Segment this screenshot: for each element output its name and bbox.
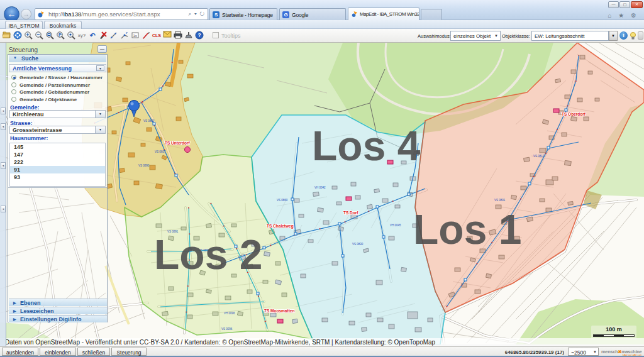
pan-icon[interactable]	[13, 30, 23, 41]
objektklasse-select[interactable]: EW: Leitungsabschnitt	[531, 31, 609, 41]
suche-header[interactable]: ▼Suche	[9, 55, 106, 62]
favtab-bookmarks[interactable]: Bookmarks	[44, 21, 82, 29]
svg-text:VS 0830: VS 0830	[352, 243, 364, 246]
window-maximize-button[interactable]: ▢	[619, 1, 630, 8]
new-tab-stub[interactable]	[421, 9, 442, 20]
ausblenden-button[interactable]: ausblenden	[2, 348, 38, 356]
section-ebenen[interactable]: ▶Ebenen	[9, 299, 107, 306]
gemeinde-select[interactable]: Kirchleerau▼	[9, 110, 106, 118]
strasse-value: Grosssteinstrasse	[13, 127, 62, 133]
auswahlmodus-select[interactable]: einzelnes Objekt▼	[450, 31, 501, 41]
zoom-in-icon[interactable]	[23, 30, 33, 41]
svg-text:VS 0860: VS 0860	[277, 199, 288, 202]
panel-toggle-icon[interactable]	[638, 31, 643, 40]
info-icon[interactable]: i	[619, 31, 628, 40]
auswahlmodus-value: einzelnes Objekt	[453, 33, 491, 39]
chevron-right-icon: ▶	[13, 300, 16, 305]
chevron-right-icon: ▶	[13, 309, 16, 313]
print-icon[interactable]	[173, 30, 183, 41]
delete-selection-icon[interactable]	[98, 30, 108, 41]
panel-minimize-button[interactable]: —	[97, 45, 107, 53]
select-box-icon[interactable]: 1x	[130, 30, 140, 41]
xy-coordinates-icon[interactable]: xy?	[77, 30, 87, 41]
svg-text:VS 0812: VS 0812	[533, 155, 545, 158]
section-label: Ebenen	[20, 300, 41, 306]
dock-handle-2[interactable]: ◂	[1, 123, 6, 130]
favorites-bar: IBA_STROM Bookmarks	[0, 20, 644, 29]
address-bar-icons[interactable]: ⌕ ▾ ↻	[187, 9, 207, 19]
objektklasse-label: Objektklasse:	[502, 33, 530, 39]
scale-text: 100 m	[591, 326, 636, 332]
strasse-select[interactable]: Grosssteinstrasse▼	[9, 126, 106, 134]
radio-label: Gemeinde / Objektname	[19, 97, 77, 102]
coordinates-display: 646865.80/235939.19 (17)	[505, 349, 564, 355]
scale-bar	[593, 334, 635, 337]
toolbar: P xy? ↶ 1x CLS ? Tooltips Auswahlmodus: …	[0, 29, 644, 43]
lightbulb-icon[interactable]	[629, 31, 637, 40]
tab-startseite[interactable]: S Startseite - Homepage	[209, 8, 277, 20]
schliessen-button[interactable]: schließen	[77, 348, 110, 356]
zoom-value: ~2500	[571, 349, 586, 356]
radio-icon	[11, 75, 16, 80]
measure-path-icon[interactable]	[119, 30, 130, 41]
radio-gebaeudenummer[interactable]: Gemeinde / Gebäudenummer	[11, 89, 106, 96]
cls-icon[interactable]: CLS	[152, 30, 162, 41]
dock-handle-3[interactable]: ◂	[1, 162, 6, 169]
dock-handle-4[interactable]: ◂	[1, 206, 6, 212]
redline-icon[interactable]	[141, 30, 151, 41]
objektklasse-dropdown-arrow[interactable]: ▼	[609, 31, 618, 41]
zoom-select[interactable]: ~2500▼	[568, 348, 599, 356]
dropdown-arrow-icon[interactable]: ▼	[95, 126, 105, 133]
steuerung-button[interactable]: Steuerung	[111, 348, 147, 356]
svg-text:VS 0801: VS 0801	[494, 199, 506, 202]
radio-label: Gemeinde / Strasse / Hausnummer	[19, 75, 103, 80]
zoom-previous-icon[interactable]: P	[55, 30, 65, 41]
tab-mapedit-active[interactable]: MapEdit - IBA_STROM Win32 ×	[348, 8, 419, 20]
section-lesezeichen[interactable]: ▶Lesezeichen	[9, 307, 107, 314]
docked-panel-strip[interactable]: ◂ ◂ ◂ ◂	[0, 43, 6, 346]
browser-command-icons[interactable]: ⌂ ★ ⚙	[608, 12, 639, 19]
url-path: /mum.geo.services/Start.aspx	[81, 11, 160, 18]
window-close-button[interactable]: ✕	[631, 1, 643, 8]
radio-objektname[interactable]: Gemeinde / Objektname	[11, 96, 106, 103]
svg-text:VH 0045: VH 0045	[390, 224, 401, 227]
zoom-extent-icon[interactable]	[66, 30, 76, 41]
svg-text:TS Moosmatten: TS Moosmatten	[264, 309, 294, 313]
toolbar-icons: P xy? ↶ 1x CLS ?	[2, 30, 204, 41]
list-item[interactable]: 147	[10, 151, 105, 158]
favtab-iba-strom[interactable]: IBA_STROM	[5, 21, 43, 29]
svg-text:P: P	[58, 33, 62, 37]
svg-text:TS Dorf: TS Dorf	[343, 211, 358, 215]
vendor-logo: mensch✖maschineCAD as CAD can	[601, 349, 641, 354]
plot-icon[interactable]	[184, 30, 194, 41]
radio-strasse-hausnummer[interactable]: Gemeinde / Strasse / Hausnummer	[11, 74, 106, 81]
tooltips-checkbox[interactable]	[213, 32, 219, 38]
hausnummer-list[interactable]: 145 147 222 91 93	[9, 143, 106, 187]
tab-google[interactable]: G Google	[279, 8, 346, 20]
window-minimize-button[interactable]: —	[608, 1, 619, 8]
radio-icon	[11, 82, 16, 87]
dock-handle-1[interactable]: ◂	[1, 107, 6, 114]
list-item[interactable]: 93	[10, 173, 105, 181]
einblenden-button[interactable]: einblenden	[40, 348, 76, 356]
section-einstellungen[interactable]: ▶Einstellungen Digi/Info	[9, 315, 107, 322]
tab-startseite-label: Startseite - Homepage	[222, 12, 273, 18]
zoom-out-icon[interactable]	[34, 30, 44, 41]
dropdown-arrow-icon[interactable]: ▼	[95, 111, 105, 118]
zoom-window-icon[interactable]	[45, 30, 55, 41]
open-folder-icon[interactable]	[2, 30, 12, 41]
url-host: iba138	[64, 11, 82, 18]
chevron-down-icon: ▼	[13, 56, 17, 60]
mail-icon[interactable]	[162, 30, 172, 41]
list-item-selected[interactable]: 91	[10, 166, 105, 173]
list-item[interactable]: 222	[10, 158, 105, 166]
measure-icon[interactable]	[109, 30, 119, 41]
svg-text:?: ?	[198, 32, 201, 38]
address-bar[interactable]: http://iba138/mum.geo.services/Start.asp…	[35, 8, 208, 20]
vermessung-dropdown[interactable]: Amtliche Vermessung▼	[9, 64, 106, 72]
forward-button[interactable]: →	[21, 9, 31, 19]
help-icon[interactable]: ?	[194, 30, 204, 41]
list-item[interactable]: 145	[10, 143, 105, 151]
radio-parzellennummer[interactable]: Gemeinde / Parzellennummer	[11, 82, 106, 89]
undo-icon[interactable]: ↶	[87, 30, 97, 41]
